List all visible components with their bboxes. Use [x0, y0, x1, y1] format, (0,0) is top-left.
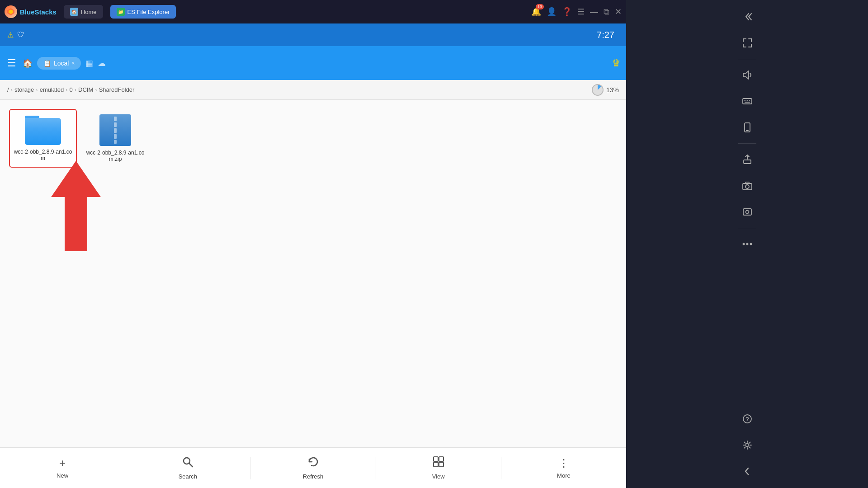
shield-icon: 🛡 — [17, 31, 24, 39]
app-toolbar: ☰ 🏠 📋 Local × ▦ ☁ ♛ — [0, 46, 626, 80]
volume-button[interactable] — [735, 63, 760, 87]
camera-button[interactable] — [735, 174, 760, 198]
breadcrumb-0[interactable]: 0 — [70, 86, 73, 93]
sidebar-divider-2 — [738, 143, 756, 144]
crown-icon[interactable]: ♛ — [612, 57, 621, 69]
svg-rect-13 — [439, 462, 443, 467]
storage-pie-chart — [592, 84, 604, 96]
local-tab-close[interactable]: × — [71, 60, 75, 66]
more-button[interactable]: ⋮ More — [501, 448, 626, 488]
keyboard-button[interactable] — [735, 89, 760, 113]
help-button[interactable]: ❓ — [562, 7, 572, 17]
svg-rect-15 — [743, 99, 752, 104]
app-logo: BlueStacks — [5, 5, 57, 18]
file-area: wcc-2-obb_2.8.9-an1.com — [0, 100, 626, 447]
restore-button[interactable]: ⧉ — [604, 7, 609, 17]
view-icon — [433, 456, 444, 470]
svg-point-29 — [742, 243, 745, 245]
help-sidebar-button[interactable]: ? — [735, 407, 760, 431]
time-display: 7:27 — [597, 30, 614, 40]
refresh-label: Refresh — [303, 473, 324, 480]
expand-button[interactable] — [735, 31, 760, 55]
svg-point-25 — [745, 185, 749, 188]
svg-rect-6 — [114, 140, 117, 144]
svg-rect-26 — [745, 182, 749, 184]
back-sidebar-button[interactable] — [735, 459, 760, 483]
local-tab-label: Local — [54, 60, 69, 67]
svg-rect-2 — [114, 117, 117, 121]
menu-button[interactable]: ☰ — [577, 7, 585, 17]
settings-sidebar-button[interactable] — [735, 433, 760, 457]
storage-percent: 13% — [606, 86, 619, 94]
refresh-button[interactable]: Refresh — [250, 448, 375, 488]
folder-icon — [25, 116, 61, 145]
svg-point-34 — [745, 444, 749, 447]
account-button[interactable]: 👤 — [547, 7, 557, 17]
bottom-bar: + New Search Refresh — [0, 447, 626, 488]
folder-body — [25, 118, 61, 145]
more-icon: ⋮ — [558, 457, 569, 469]
view-button[interactable]: View — [376, 448, 501, 488]
breadcrumb-dcim[interactable]: DCIM — [78, 86, 93, 93]
notification-count: 13 — [536, 4, 544, 9]
zip-body — [99, 114, 131, 146]
sidebar-divider-3 — [738, 228, 756, 228]
breadcrumb-sharedfolder[interactable]: SharedFolder — [99, 86, 135, 93]
toolbar-view-button[interactable]: ▦ — [85, 58, 93, 68]
breadcrumb-emulated[interactable]: emulated — [40, 86, 64, 93]
search-button[interactable]: Search — [125, 448, 250, 488]
close-button[interactable]: ✕ — [615, 7, 622, 17]
file-item-zip[interactable]: wcc-2-obb_2.8.9-an1.com.zip — [81, 109, 149, 168]
svg-marker-14 — [743, 71, 749, 79]
svg-rect-10 — [434, 457, 438, 461]
storage-indicator: 13% — [592, 84, 619, 96]
breadcrumb-bar: / › storage › emulated › 0 › DCIM › Shar… — [0, 80, 626, 100]
svg-rect-27 — [743, 209, 751, 215]
app-name: BlueStacks — [20, 8, 57, 16]
title-bar: BlueStacks 🏠 Home 📁 ES File Explorer 🔔 1… — [0, 0, 626, 23]
zip-icon — [99, 114, 131, 146]
toolbar-menu-button[interactable]: ☰ — [5, 56, 18, 71]
svg-marker-7 — [51, 161, 101, 251]
alert-icon: ⚠ — [7, 31, 14, 39]
more-label: More — [557, 472, 571, 479]
search-icon — [182, 456, 193, 470]
title-bar-controls: 🔔 13 👤 ❓ ☰ — ⧉ ✕ — [531, 7, 622, 17]
local-tab-icon: 📋 — [43, 60, 51, 67]
breadcrumb-storage[interactable]: storage — [14, 86, 34, 93]
more-options-button[interactable] — [735, 232, 760, 256]
right-sidebar: ? — [626, 0, 868, 488]
sidebar-divider-1 — [738, 59, 756, 59]
minimize-button[interactable]: — — [590, 7, 598, 17]
svg-text:?: ? — [745, 416, 749, 422]
new-button[interactable]: + New — [0, 448, 125, 488]
search-label: Search — [179, 473, 197, 480]
toolbar-cloud-button[interactable]: ☁ — [98, 58, 106, 68]
tab-home-label: Home — [81, 9, 97, 15]
screenshot-button[interactable] — [735, 200, 760, 224]
notification-button[interactable]: 🔔 13 — [531, 7, 541, 17]
file-item-folder[interactable]: wcc-2-obb_2.8.9-an1.com — [9, 109, 77, 168]
refresh-icon — [307, 456, 319, 470]
info-bar: ⚠ 🛡 7:27 — [0, 23, 626, 46]
home-tab-icon: 🏠 — [70, 8, 78, 16]
collapse-sidebar-button[interactable] — [735, 5, 760, 29]
file-transfer-button[interactable] — [735, 147, 760, 172]
files-grid: wcc-2-obb_2.8.9-an1.com — [9, 109, 617, 168]
svg-rect-11 — [439, 457, 443, 461]
es-tab-icon: 📁 — [117, 8, 125, 16]
local-tab[interactable]: 📋 Local × — [37, 57, 81, 70]
breadcrumb-root[interactable]: / — [7, 86, 9, 93]
svg-point-28 — [745, 211, 749, 214]
tab-es-file-explorer[interactable]: 📁 ES File Explorer — [110, 5, 176, 19]
tab-home[interactable]: 🏠 Home — [64, 5, 103, 19]
svg-rect-3 — [114, 122, 117, 127]
svg-rect-4 — [114, 128, 117, 133]
zip-label: wcc-2-obb_2.8.9-an1.com.zip — [85, 150, 146, 162]
svg-line-9 — [189, 464, 193, 467]
tab-es-label: ES File Explorer — [127, 9, 170, 15]
phone-button[interactable] — [735, 115, 760, 140]
toolbar-home-button[interactable]: 🏠 — [23, 58, 33, 68]
svg-rect-23 — [744, 160, 751, 164]
svg-rect-12 — [434, 462, 438, 467]
